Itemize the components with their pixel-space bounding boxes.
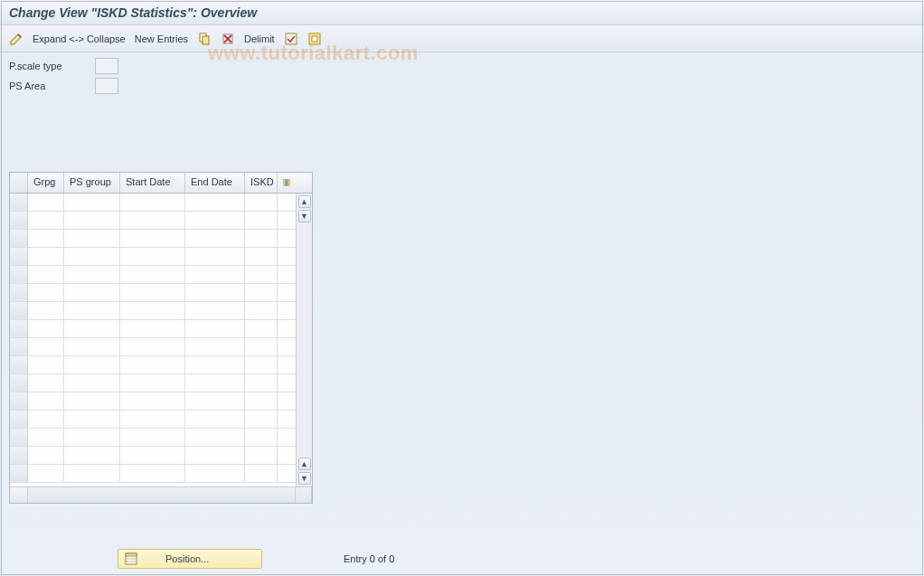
cell-start-date[interactable] (120, 411, 185, 428)
table-row[interactable] (10, 465, 296, 483)
table-row[interactable] (10, 338, 296, 356)
table-row[interactable] (10, 302, 296, 320)
cell-end-date[interactable] (185, 212, 245, 229)
cell-end-date[interactable] (185, 429, 245, 446)
cell-psgroup[interactable] (64, 302, 120, 319)
cell-iskd[interactable] (245, 356, 278, 373)
cell-psgroup[interactable] (64, 356, 120, 373)
cell-iskd[interactable] (245, 212, 278, 229)
cell-psgroup[interactable] (64, 284, 120, 301)
column-selector[interactable] (10, 173, 28, 193)
delete-icon[interactable] (221, 32, 235, 46)
expand-collapse-button[interactable]: Expand <-> Collapse (33, 33, 126, 44)
row-selector[interactable] (10, 374, 28, 392)
delimit-button[interactable]: Delimit (244, 33, 275, 44)
cell-iskd[interactable] (245, 230, 278, 247)
table-row[interactable] (10, 284, 296, 302)
cell-start-date[interactable] (120, 465, 185, 482)
cell-iskd[interactable] (245, 411, 278, 428)
cell-grpg[interactable] (28, 392, 64, 410)
row-selector[interactable] (10, 356, 28, 373)
row-selector[interactable] (10, 212, 28, 229)
cell-end-date[interactable] (185, 338, 245, 355)
cell-psgroup[interactable] (64, 338, 120, 355)
row-selector[interactable] (10, 411, 28, 428)
cell-end-date[interactable] (185, 447, 245, 464)
row-selector[interactable] (10, 230, 28, 247)
cell-psgroup[interactable] (64, 248, 120, 265)
cell-end-date[interactable] (185, 284, 245, 301)
column-config-icon[interactable] (278, 173, 296, 193)
cell-end-date[interactable] (185, 302, 245, 319)
cell-iskd[interactable] (245, 392, 278, 410)
cell-iskd[interactable] (245, 374, 278, 392)
table-row[interactable] (10, 266, 296, 284)
table-row[interactable] (10, 447, 296, 465)
cell-iskd[interactable] (245, 248, 278, 265)
cell-grpg[interactable] (28, 248, 64, 265)
row-selector[interactable] (10, 447, 28, 464)
row-selector[interactable] (10, 338, 28, 355)
cell-psgroup[interactable] (64, 212, 120, 229)
cell-grpg[interactable] (28, 411, 64, 428)
cell-psgroup[interactable] (64, 266, 120, 283)
cell-grpg[interactable] (28, 374, 64, 392)
cell-psgroup[interactable] (64, 429, 120, 446)
cell-end-date[interactable] (185, 248, 245, 265)
table-row[interactable] (10, 374, 296, 392)
table-row[interactable] (10, 356, 296, 374)
cell-psgroup[interactable] (64, 447, 120, 464)
cell-iskd[interactable] (245, 447, 278, 464)
ps-area-input[interactable] (95, 78, 118, 94)
cell-iskd[interactable] (245, 465, 278, 482)
cell-grpg[interactable] (28, 465, 64, 482)
table-row[interactable] (10, 429, 296, 447)
cell-psgroup[interactable] (64, 230, 120, 247)
cell-iskd[interactable] (245, 429, 278, 446)
scroll-up-step-icon[interactable]: ▼ (298, 210, 311, 222)
cell-end-date[interactable] (185, 230, 245, 247)
row-selector[interactable] (10, 248, 28, 265)
cell-end-date[interactable] (185, 411, 245, 428)
position-button[interactable]: Position... (118, 549, 262, 569)
pencil-icon[interactable] (9, 32, 24, 46)
cell-iskd[interactable] (245, 266, 278, 283)
cell-start-date[interactable] (120, 374, 185, 392)
cell-psgroup[interactable] (64, 465, 120, 482)
cell-grpg[interactable] (28, 356, 64, 373)
cell-grpg[interactable] (28, 447, 64, 464)
row-selector[interactable] (10, 465, 28, 482)
cell-end-date[interactable] (185, 266, 245, 283)
cell-grpg[interactable] (28, 284, 64, 301)
table-row[interactable] (10, 230, 296, 248)
cell-grpg[interactable] (28, 266, 64, 283)
cell-start-date[interactable] (120, 429, 185, 446)
column-start-date[interactable]: Start Date (120, 173, 185, 193)
cell-iskd[interactable] (245, 302, 278, 319)
cell-psgroup[interactable] (64, 194, 120, 211)
cell-iskd[interactable] (245, 284, 278, 301)
column-iskd[interactable]: ISKD (245, 173, 278, 193)
cell-iskd[interactable] (245, 194, 278, 211)
cell-start-date[interactable] (120, 212, 185, 229)
cell-grpg[interactable] (28, 302, 64, 319)
pscale-type-input[interactable] (95, 58, 118, 74)
cell-grpg[interactable] (28, 320, 64, 337)
cell-start-date[interactable] (120, 447, 185, 464)
cell-grpg[interactable] (28, 230, 64, 247)
table-row[interactable] (10, 411, 296, 429)
scroll-down-step-icon[interactable]: ▲ (298, 458, 311, 470)
cell-grpg[interactable] (28, 212, 64, 229)
row-selector[interactable] (10, 429, 28, 446)
cell-end-date[interactable] (185, 356, 245, 373)
scroll-up-icon[interactable]: ▲ (298, 195, 311, 208)
row-selector[interactable] (10, 320, 28, 337)
cell-iskd[interactable] (245, 320, 278, 337)
cell-start-date[interactable] (120, 320, 185, 337)
cell-end-date[interactable] (185, 374, 245, 392)
cell-end-date[interactable] (185, 320, 245, 337)
cell-start-date[interactable] (120, 392, 185, 410)
cell-iskd[interactable] (245, 338, 278, 355)
cell-grpg[interactable] (28, 429, 64, 446)
row-selector[interactable] (10, 266, 28, 283)
